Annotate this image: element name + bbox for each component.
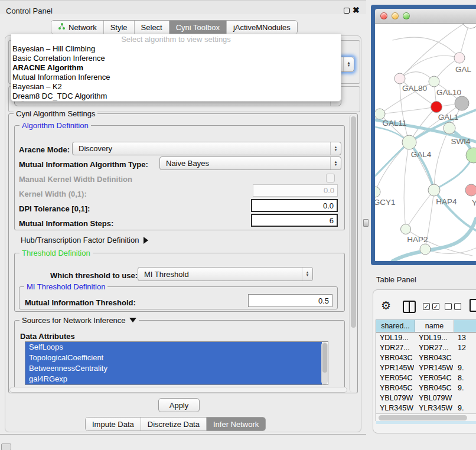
network-node[interactable] [455, 96, 469, 110]
algorithm-option[interactable]: Mutual Information Inference [11, 73, 341, 82]
table-cell[interactable]: YDL19... [380, 332, 414, 343]
table-cell[interactable]: 12 [458, 343, 475, 353]
algorithm-option[interactable]: Bayesian – Hill Climbing [11, 44, 341, 54]
table-column-header[interactable]: name [415, 319, 454, 332]
settings-scrollbar[interactable] [349, 115, 357, 392]
network-node[interactable] [375, 187, 380, 197]
network-node[interactable] [466, 148, 476, 163]
network-node-label: HAP4 [436, 197, 457, 206]
tab-cyni-toolbox[interactable]: Cyni Toolbox [169, 21, 227, 34]
network-node[interactable] [428, 184, 440, 196]
network-node[interactable] [375, 109, 385, 119]
hub-definition-expander[interactable]: Hub/Transcription Factor Definition [21, 236, 148, 244]
table-cell[interactable]: YLR345W [419, 403, 453, 413]
bottom-left-button[interactable] [1, 444, 11, 450]
table-cell[interactable]: YBL079W [380, 393, 414, 403]
network-node[interactable] [444, 122, 455, 134]
hide-columns-icon[interactable] [445, 303, 461, 310]
table-cell[interactable]: YBR045C [419, 383, 453, 393]
tab-infer-network[interactable]: Infer Network [207, 418, 265, 431]
gear-icon[interactable]: ⚙ [381, 299, 391, 312]
network-node-label: HAP2 [407, 235, 428, 244]
tab-select[interactable]: Select [135, 21, 169, 34]
network-node[interactable] [431, 102, 442, 113]
mi-algorithm-type-value: Naive Bayes [160, 159, 330, 168]
network-canvas[interactable]: GALGAL80GAL10GAL1GAL11SWI4GAL4GCY1HAP4YH… [375, 24, 476, 261]
network-node[interactable] [465, 184, 476, 196]
kernel-width-input[interactable]: 0.0 [253, 184, 338, 197]
manual-kernel-width-checkbox[interactable] [326, 174, 335, 182]
table-cell[interactable]: YDR27... [419, 343, 453, 353]
table-cell[interactable] [458, 393, 475, 403]
table-cell[interactable]: 9. [458, 403, 475, 413]
mi-steps-input[interactable]: 6 [251, 214, 338, 227]
splitter-grip[interactable] [363, 219, 369, 227]
zoom-traffic-light-icon[interactable] [403, 12, 410, 19]
tab-impute-data[interactable]: Impute Data [86, 418, 141, 431]
table-cell[interactable]: YPR145W [419, 363, 453, 373]
expanded-arrow-icon[interactable] [129, 318, 136, 322]
table-cell[interactable]: YBL079W [419, 393, 453, 403]
table-cell[interactable]: YER054C [380, 373, 414, 383]
table-cell[interactable]: 9. [458, 363, 475, 373]
attributes-scrollbar[interactable] [321, 342, 328, 384]
table-cell[interactable]: YER054C [419, 373, 453, 383]
network-node[interactable] [401, 224, 411, 234]
float-window-icon[interactable] [344, 8, 350, 14]
table-column-header[interactable]: shared... [376, 319, 415, 332]
tab-style[interactable]: Style [104, 21, 135, 34]
table-cell[interactable]: YPR145W [380, 363, 414, 373]
split-columns-icon[interactable] [403, 301, 416, 313]
table-cell[interactable]: YBR043C [419, 353, 453, 363]
table-cell[interactable]: YLR345W [380, 403, 414, 413]
data-attribute-item[interactable]: gal4RGexp [25, 374, 322, 384]
show-columns-icon[interactable]: ✓✓ [423, 303, 439, 310]
network-node[interactable] [429, 76, 439, 87]
table-horizontal-scrollbar[interactable] [376, 413, 476, 421]
table-cell[interactable]: YDL19... [419, 332, 453, 343]
mi-threshold-input[interactable]: 0.5 [248, 294, 332, 307]
tab-jactivemnodules[interactable]: jActiveMNodules [227, 21, 297, 34]
data-attributes-list[interactable]: SelfLoopsTopologicalCoefficientBetweenne… [25, 341, 328, 385]
data-attribute-item[interactable]: SelfLoops [25, 342, 322, 353]
network-window-titlebar[interactable] [375, 9, 476, 24]
algorithm-option[interactable]: Dream8 DC_TDC Algorithm [11, 92, 341, 101]
aracne-mode-label: Aracne Mode: [19, 145, 70, 154]
table-column-header[interactable] [454, 319, 476, 332]
apply-button-label: Apply [169, 401, 189, 410]
tab-discretize-data[interactable]: Discretize Data [141, 418, 207, 431]
network-node[interactable] [420, 244, 431, 255]
table-cell[interactable]: YDR27... [380, 343, 414, 353]
data-attribute-item[interactable]: TopologicalCoefficient [25, 353, 322, 363]
algorithm-option[interactable]: Basic Correlation Inference [11, 54, 341, 63]
apply-button[interactable]: Apply [158, 398, 200, 412]
table-cell[interactable]: 13 [458, 332, 475, 343]
network-node[interactable] [395, 73, 405, 84]
aracne-mode-select[interactable]: Discovery ▲▼ [72, 142, 341, 155]
table-cell[interactable]: YBR043C [380, 353, 414, 363]
algorithm-option[interactable]: Bayesian – K2 [11, 82, 341, 92]
settings-horizontal-scrollbar[interactable] [9, 387, 347, 393]
network-node[interactable] [462, 24, 476, 28]
tab-network[interactable]: Network [51, 21, 104, 34]
mi-algorithm-type-select[interactable]: Naive Bayes ▲▼ [159, 156, 341, 170]
data-attribute-item[interactable]: BetweennessCentrality [25, 363, 322, 374]
which-threshold-label: Which threshold to use: [50, 271, 138, 280]
network-node-label: SWI4 [451, 137, 470, 146]
minimize-traffic-light-icon[interactable] [392, 12, 399, 19]
table-cell[interactable] [458, 353, 475, 363]
which-threshold-select[interactable]: MI Threshold ▲▼ [138, 267, 313, 281]
document-icon[interactable] [470, 299, 476, 312]
close-traffic-light-icon[interactable] [380, 12, 387, 19]
close-icon[interactable]: ✖ [353, 5, 360, 15]
algorithm-option[interactable]: ARACNE Algorithm [11, 63, 341, 73]
table-cell[interactable]: YBR045C [380, 383, 414, 393]
table-cell[interactable]: 9. [458, 383, 475, 393]
manual-kernel-width-label: Manual Kernel Width Definition [19, 175, 132, 184]
settings-scrollbar-thumb[interactable] [351, 116, 356, 328]
table-cell[interactable]: 8. [458, 373, 475, 383]
table-horizontal-scrollbar-thumb[interactable] [379, 415, 467, 420]
network-node[interactable] [454, 53, 465, 63]
dpi-tolerance-input[interactable]: 0.0 [251, 199, 338, 212]
network-node[interactable] [402, 135, 416, 149]
